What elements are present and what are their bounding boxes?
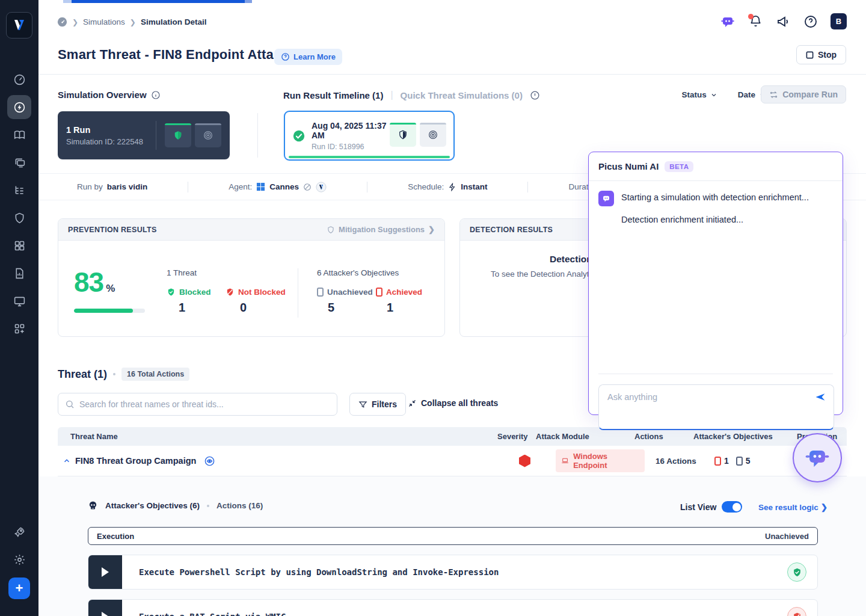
shield-slash-icon [226,288,235,297]
schedule: Schedule: Instant [408,182,487,191]
breadcrumb-simulations[interactable]: Simulations [83,17,125,26]
sidebar-item-dashboard[interactable] [7,67,31,91]
compare-icon [769,90,778,99]
gear-icon [13,553,26,566]
play-icon [102,612,109,616]
help-circle-icon [281,52,290,61]
achieved-count: 1 [724,456,729,466]
sidebar-item-settings[interactable] [7,547,31,571]
notifications-button[interactable] [748,14,763,29]
search-input[interactable] [79,399,330,409]
prevention-score-bar [74,309,145,313]
run-result-card[interactable]: Aug 04, 2025 11:37 AM Run ID: 518996 [284,111,455,161]
sidebar-item-endpoint[interactable] [7,289,31,313]
compare-run-label: Compare Run [782,90,838,99]
blocked-result-badge[interactable] [787,562,806,582]
agent-value[interactable]: Cannes [269,182,299,191]
alert-circle-icon[interactable] [530,90,540,100]
threat-search[interactable] [58,393,337,416]
filters-button[interactable]: Filters [349,393,406,416]
sidebar-item-quickstart[interactable] [7,520,31,544]
sidebar-item-agents[interactable] [7,150,31,174]
prevention-shield-tile[interactable] [390,123,416,147]
numi-ask-input[interactable] [599,385,834,429]
numi-message-text: Detection enrichment initiated... [621,215,833,224]
chevron-right-icon: ❯ [72,18,78,26]
action-row[interactable]: Execute Powershell Script by using Downl… [88,555,818,590]
target-icon [203,130,213,141]
not-blocked-label: Not Blocked [238,288,286,297]
see-result-logic-label: See result logic [758,503,818,512]
execution-stage-status: Unachieved [765,532,809,541]
sidebar-item-addons[interactable] [7,316,31,340]
sidebar-add-button[interactable]: + [8,578,30,599]
list-view-toggle[interactable] [722,501,742,513]
chevron-down-icon [710,91,717,99]
megaphone-icon [776,14,790,29]
status-filter-dropdown[interactable]: Status [681,90,717,99]
mitigation-suggestions-label: Mitigation Suggestions [339,225,425,234]
numi-message: Starting a simulation with detection enr… [598,191,833,206]
numi-robot-icon [805,445,830,470]
collapse-all-threats-button[interactable]: Collapse all threats [408,398,498,408]
timeline-tabs: Run Result Timeline (1) | Quick Threat S… [283,90,540,100]
funnel-icon [358,400,367,409]
mitigation-suggestions-link[interactable]: Mitigation Suggestions ❯ [327,225,435,234]
avatar[interactable]: B [831,13,847,29]
sidebar-item-integrations[interactable] [7,233,31,257]
sidebar: + [0,0,38,616]
chevron-up-icon[interactable] [63,457,71,465]
compare-run-button[interactable]: Compare Run [761,85,846,103]
play-icon [102,567,109,577]
objectives-tab[interactable]: Attacker's Objectives (6) [105,501,200,510]
sidebar-item-simulations[interactable] [7,95,31,119]
run-result-timeline-tab[interactable]: Run Result Timeline (1) [283,90,383,100]
play-button[interactable] [88,600,122,616]
action-row[interactable]: Execute a BAT Script via WMIC [88,599,818,616]
numi-conversation: Starting a simulation with detection enr… [589,181,843,414]
picus-logo[interactable] [6,12,32,38]
prevention-shield-tile[interactable] [165,123,191,147]
eye-icon[interactable] [204,455,215,467]
laptop-icon [561,457,569,465]
avatar-initial: B [836,17,841,26]
objective-flag-icon [317,288,324,297]
actions-tab[interactable]: Actions (16) [216,501,263,510]
sidebar-item-reports[interactable] [7,261,31,285]
execution-group-header[interactable]: Execution Unachieved [88,527,818,545]
target-icon [428,129,438,140]
unachieved-flag-count: 5 [736,456,751,466]
numi-ai-button[interactable] [720,14,735,29]
quick-threat-simulations-tab[interactable]: Quick Threat Simulations (0) [401,90,523,100]
simulation-overview-text: Simulation Overview [58,90,147,100]
attack-module-label: Windows Endpoint [573,452,639,470]
agent: Agent: Cannes [229,182,327,192]
play-button[interactable] [88,555,122,589]
info-icon[interactable] [151,90,161,100]
sidebar-item-library[interactable] [7,123,31,147]
detection-target-tile[interactable] [420,123,446,147]
detection-target-tile[interactable] [195,123,221,147]
help-button[interactable] [803,14,818,29]
stop-button[interactable]: Stop [796,45,846,64]
breadcrumb: ❯ Simulations ❯ Simulation Detail [57,17,206,27]
grid-plus-icon [13,322,26,335]
actions-count: 16 Actions [656,457,714,466]
see-result-logic-link[interactable]: See result logic ❯ [758,502,828,512]
sidebar-item-mitigation[interactable] [7,206,31,230]
send-button[interactable] [814,391,826,405]
sidebar-item-reports-tree[interactable] [7,178,31,202]
not-blocked-stat: Not Blocked [226,288,286,297]
numi-ai-fab[interactable] [793,433,842,482]
list-view-label: List View [680,502,716,512]
breadcrumb-home-icon[interactable] [57,17,67,27]
simulation-overview-card[interactable]: 1 Run Simulation ID: 222548 [58,111,230,159]
not-blocked-result-badge[interactable] [787,607,806,616]
page-loading-bar [63,0,252,3]
threat-name[interactable]: FIN8 Threat Group Campaign [75,456,196,466]
threat-row[interactable]: FIN8 Threat Group Campaign Windows Endpo… [58,446,847,476]
picus-logo-icon [11,17,27,33]
details-tabs: Attacker's Objectives (6) Actions (16) [88,500,263,511]
announcements-button[interactable] [775,14,791,29]
learn-more-button[interactable]: Learn More [274,49,342,65]
